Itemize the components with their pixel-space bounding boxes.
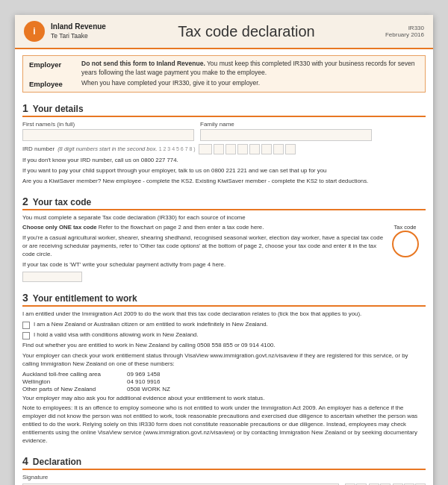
phone-table: Auckland toll-free calling area 09 969 1… <box>22 371 426 392</box>
first-name-input[interactable] <box>22 129 194 141</box>
ird-box-4[interactable] <box>249 144 260 154</box>
casual-text: If you're a casual agricultural worker, … <box>22 234 385 259</box>
ird-row: IRD number (8 digit numbers start in the… <box>22 144 426 154</box>
section2-intro: You must complete a separate Tax code de… <box>22 214 426 222</box>
checkbox-row-2: I hold a valid visa with conditions allo… <box>22 331 426 340</box>
logo-area: i Inland Revenue Te Tari Taake <box>24 21 106 42</box>
phone-auckland: Auckland toll-free calling area 09 969 1… <box>22 371 426 378</box>
taxcode-circle-area: Tax code <box>385 224 426 260</box>
section-4: 4 Declaration Signature Day <box>15 451 433 485</box>
checkbox-row-1: I am a New Zealand or Australian citizen… <box>22 321 426 329</box>
section-3-header: 3 Your entitlement to work <box>22 292 426 307</box>
first-name-group: First name/s (in full) <box>22 121 194 141</box>
ird-box-3[interactable] <box>237 144 248 154</box>
ird-boxes <box>199 144 296 154</box>
taxcode-flex: Choose only ONE tax code Refer to the fl… <box>22 224 426 284</box>
section-2-header: 2 Your tax code <box>22 195 426 210</box>
ird-box-7[interactable] <box>285 144 296 154</box>
child-support-text: If you want to pay your child support th… <box>22 167 426 175</box>
family-name-input[interactable] <box>200 129 372 141</box>
ird-box-1[interactable] <box>214 144 224 154</box>
ird-note: If you don't know your IRD number, call … <box>22 157 426 165</box>
wt-input[interactable] <box>22 272 82 282</box>
ird-box-2[interactable] <box>225 144 236 154</box>
header-ref: IR330 February 2016 <box>379 25 424 38</box>
section-3: 3 Your entitlement to work I am entitled… <box>15 288 433 451</box>
section3-intro: I am entitled under the Immigration Act … <box>22 310 426 319</box>
section-1: 1 Your details First name/s (in full) Fa… <box>15 98 433 192</box>
section-2: 2 Your tax code You must complete a sepa… <box>15 192 433 288</box>
ird-box-6[interactable] <box>273 144 284 154</box>
ird-box-5[interactable] <box>261 144 272 154</box>
employer-ask-text: Your employer may also ask you for addit… <box>22 395 426 403</box>
checkbox-1[interactable] <box>22 322 30 329</box>
logo-icon: i <box>24 21 45 42</box>
family-name-group: Family name <box>200 121 372 141</box>
page-header: i Inland Revenue Te Tari Taake Tax code … <box>15 15 433 49</box>
name-row: First name/s (in full) Family name <box>22 121 426 141</box>
employer-notice: Do not send this form to Inland Revenue.… <box>81 60 419 78</box>
checkbox-2[interactable] <box>22 332 30 340</box>
page: i Inland Revenue Te Tari Taake Tax code … <box>15 15 433 485</box>
ird-box-0[interactable] <box>199 144 212 154</box>
section-1-header: 1 Your details <box>22 102 426 117</box>
note-text: Note to employees: It is an offence to e… <box>22 404 426 445</box>
find-text: Find out whether you are entitled to wor… <box>22 342 426 350</box>
logo-text: Inland Revenue Te Tari Taake <box>51 22 106 41</box>
page-title: Tax code declaration <box>113 23 379 40</box>
section-4-header: 4 Declaration <box>22 455 426 470</box>
kiwisaver-text: Are you a KiwiSaver member? New employee… <box>22 178 426 186</box>
taxcode-circle[interactable] <box>392 231 419 257</box>
notice-area: Employer Do not send this form to Inland… <box>22 55 426 93</box>
visaview-text: Your employer can check your work entitl… <box>22 352 426 369</box>
phone-other: Other parts of New Zealand 0508 WORK NZ <box>22 386 426 392</box>
employer-label: Employer <box>29 60 81 78</box>
phone-wellington: Wellington 04 910 9916 <box>22 378 426 385</box>
employee-label: Employee <box>29 79 81 88</box>
employee-notice: When you have completed your IR330, give… <box>81 79 419 88</box>
taxcode-content: Choose only ONE tax code Refer to the fl… <box>22 224 385 284</box>
wt-text: If your tax code is 'WT' write your sche… <box>22 261 385 282</box>
